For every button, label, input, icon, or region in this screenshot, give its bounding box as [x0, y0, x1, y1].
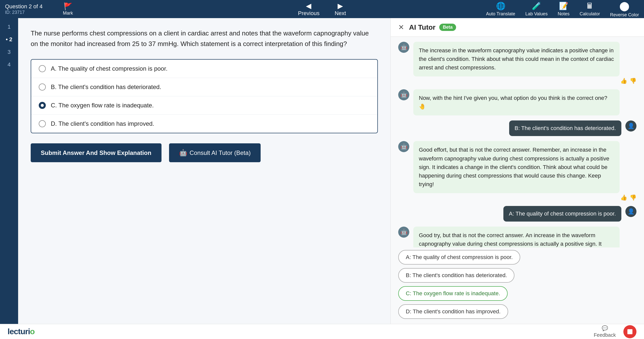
- lab-values-icon: 🧪: [532, 2, 541, 10]
- ai-message-1: 🤖 The increase in the waveform capnograp…: [398, 42, 636, 84]
- right-arrow-icon: ▶: [338, 2, 343, 10]
- ai-messages-container: 🤖 The increase in the waveform capnograp…: [391, 37, 644, 247]
- submit-button[interactable]: Submit Answer And Show Explanation: [31, 143, 162, 162]
- ai-bubble-1: The increase in the waveform capnography…: [413, 42, 620, 76]
- robot-icon: 🤖: [179, 149, 187, 157]
- option-a[interactable]: A. The quality of chest compression is p…: [31, 60, 377, 78]
- auto-translate-icon: 🌐: [496, 2, 505, 10]
- end-button[interactable]: [623, 325, 636, 338]
- lab-values-tool[interactable]: 🧪 Lab Values: [525, 2, 548, 17]
- ai-bubble-3: Good try, but that is not the correct an…: [413, 227, 620, 247]
- ai-bubble-question: Now, with the hint I've given you, what …: [413, 89, 620, 115]
- reverse-color-icon: ⬤: [619, 1, 629, 11]
- toolbar-right: 🌐 Auto Translate 🧪 Lab Values 📝 Notes 🖩 …: [486, 1, 639, 18]
- ai-avatar-1: 🤖: [398, 42, 409, 53]
- ai-panel-header: ✕ AI Tutor Beta: [391, 18, 644, 37]
- thumbs-up-2[interactable]: 👍: [620, 194, 627, 201]
- choice-b[interactable]: B: The client's condition has deteriorat…: [398, 268, 514, 283]
- nav-center: ◀ Previous ▶ Next: [298, 2, 346, 17]
- bottom-right: 💬 Feedback: [594, 325, 636, 338]
- flag-icon: 🚩: [64, 2, 72, 11]
- option-c-text: C. The oxygen flow rate is inadequate.: [51, 102, 154, 109]
- question-info-block: Question 2 of 4 ID: 23717: [5, 3, 55, 15]
- consult-ai-button[interactable]: 🤖 Consult AI Tutor (Beta): [169, 143, 261, 162]
- option-a-text: A. The quality of chest compression is p…: [51, 65, 168, 72]
- option-d[interactable]: D. The client's condition has improved.: [31, 115, 377, 133]
- logo-o: o: [30, 327, 35, 336]
- calculator-label: Calculator: [580, 11, 600, 17]
- left-arrow-icon: ◀: [306, 2, 311, 10]
- radio-d[interactable]: [39, 120, 46, 127]
- ai-message-3: 🤖 Good try, but that is not the correct …: [398, 227, 636, 247]
- radio-c[interactable]: [39, 102, 46, 109]
- next-label: Next: [335, 10, 346, 17]
- lab-values-label: Lab Values: [525, 11, 548, 17]
- sidebar-item-2[interactable]: 2: [0, 33, 18, 46]
- reverse-color-tool[interactable]: ⬤ Reverse Color: [610, 1, 639, 18]
- auto-translate-label: Auto Translate: [486, 11, 515, 17]
- lecturio-logo: lecturio: [8, 327, 35, 336]
- option-c[interactable]: C. The oxygen flow rate is inadequate.: [31, 96, 377, 115]
- question-sidebar: 1 2 3 4: [0, 18, 18, 324]
- next-button[interactable]: ▶ Next: [335, 2, 346, 17]
- ai-avatar-3: 🤖: [398, 141, 409, 152]
- radio-a[interactable]: [39, 65, 46, 72]
- reverse-color-label: Reverse Color: [610, 12, 639, 18]
- ai-tutor-title: AI Tutor: [409, 23, 435, 31]
- option-d-text: D. The client's condition has improved.: [51, 120, 154, 127]
- notes-icon: 📝: [559, 2, 568, 10]
- mark-button[interactable]: 🚩 Mark: [63, 2, 73, 16]
- previous-button[interactable]: ◀ Previous: [298, 2, 320, 17]
- ai-tutor-panel: ✕ AI Tutor Beta 🤖 The increase in the wa…: [390, 18, 644, 324]
- mark-label: Mark: [63, 11, 73, 16]
- ai-message-2: 🤖 Good effort, but that is not the corre…: [398, 141, 636, 201]
- thumbs-down-1[interactable]: 👎: [630, 78, 636, 84]
- sidebar-item-1[interactable]: 1: [0, 21, 18, 33]
- ai-bubble-2: Good effort, but that is not the correct…: [413, 141, 620, 193]
- question-counter: Question 2 of 4: [5, 3, 55, 10]
- question-text: The nurse performs chest compressions on…: [31, 28, 378, 49]
- thumbs-down-2[interactable]: 👎: [630, 194, 636, 201]
- question-id: ID: 23717: [5, 10, 55, 15]
- auto-translate-tool[interactable]: 🌐 Auto Translate: [486, 2, 515, 17]
- feedback-button[interactable]: 💬 Feedback: [594, 325, 616, 338]
- feedback-label: Feedback: [594, 332, 616, 338]
- option-b-text: B. The client's condition has deteriorat…: [51, 83, 161, 91]
- user-message-1: B: The client's condition has deteriorat…: [398, 120, 636, 136]
- calculator-tool[interactable]: 🖩 Calculator: [580, 2, 600, 17]
- sidebar-item-3[interactable]: 3: [0, 46, 18, 58]
- user-avatar-1: 👤: [625, 120, 636, 132]
- ai-message-question: 🤖 Now, with the hint I've given you, wha…: [398, 89, 636, 115]
- answer-options: A. The quality of chest compression is p…: [31, 59, 378, 133]
- user-avatar-2: 👤: [625, 206, 636, 217]
- bottom-bar: lecturio 💬 Feedback: [0, 324, 644, 339]
- feedback-icon: 💬: [602, 325, 608, 331]
- previous-label: Previous: [298, 10, 320, 17]
- notes-tool[interactable]: 📝 Notes: [558, 2, 570, 17]
- ai-avatar-4: 🤖: [398, 227, 409, 238]
- option-b[interactable]: B. The client's condition has deteriorat…: [31, 78, 377, 96]
- top-navigation-bar: Question 2 of 4 ID: 23717 🚩 Mark ◀ Previ…: [0, 0, 644, 18]
- consult-label: Consult AI Tutor (Beta): [190, 149, 251, 156]
- user-bubble-1: B: The client's condition has deteriorat…: [509, 120, 621, 136]
- thumbs-up-1[interactable]: 👍: [620, 78, 627, 84]
- ai-close-button[interactable]: ✕: [398, 23, 404, 31]
- ai-choices-container: A: The quality of chest compression is p…: [391, 247, 644, 324]
- radio-b[interactable]: [39, 83, 46, 91]
- user-message-2: A: The quality of chest compression is p…: [398, 206, 636, 222]
- notes-label: Notes: [558, 11, 570, 17]
- choice-c[interactable]: C: The oxygen flow rate is inadequate.: [398, 286, 508, 301]
- end-icon: [627, 329, 632, 334]
- main-question-area: The nurse performs chest compressions on…: [18, 18, 390, 324]
- ai-avatar-2: 🤖: [398, 89, 409, 100]
- user-bubble-2: A: The quality of chest compression is p…: [503, 206, 621, 222]
- beta-badge: Beta: [439, 24, 456, 31]
- choice-a[interactable]: A: The quality of chest compression is p…: [398, 250, 520, 265]
- sidebar-item-4[interactable]: 4: [0, 58, 18, 71]
- choice-d[interactable]: D: The client's condition has improved.: [398, 304, 508, 319]
- calculator-icon: 🖩: [586, 2, 593, 10]
- action-buttons: Submit Answer And Show Explanation 🤖 Con…: [31, 143, 378, 162]
